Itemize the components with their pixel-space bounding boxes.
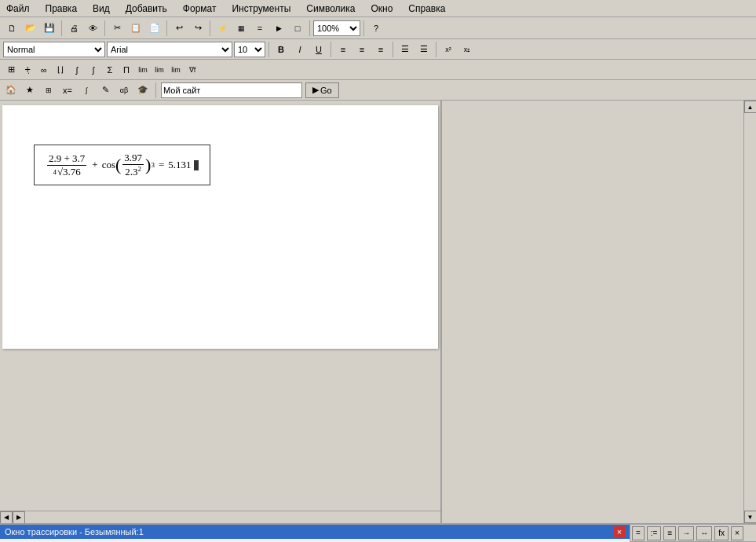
sum-btn[interactable]: Σ <box>102 62 118 78</box>
eval-btn-assign[interactable]: := <box>647 526 662 540</box>
home-btn[interactable]: 🏠 <box>3 82 19 98</box>
trace-window: Окно трассировки - Безымянный:1 × <box>0 525 630 542</box>
lim-btn[interactable]: lim <box>135 62 151 78</box>
bottom-area: Окно трассировки - Безымянный:1 × = := ≡… <box>0 523 756 542</box>
sep-fmt <box>268 42 269 57</box>
eval-btn-bidir[interactable]: ↔ <box>696 526 712 540</box>
lim2-btn[interactable]: lim <box>152 62 167 78</box>
go-label: Go <box>320 86 332 95</box>
scroll-up-btn[interactable]: ▲ <box>744 101 757 113</box>
numlist-btn[interactable]: ☰ <box>415 41 433 58</box>
formula-content: 2.9 + 3.7 4√3.76 + cos ( 3.97 2.32 <box>46 152 199 178</box>
eval-btn-close[interactable]: × <box>731 526 743 540</box>
url-icon6[interactable]: 🎓 <box>135 82 151 98</box>
document-area: 2.9 + 3.7 4√3.76 + cos ( 3.97 2.32 <box>0 101 440 523</box>
menu-file[interactable]: Файл <box>3 2 33 15</box>
eval-btn-arrow[interactable]: → <box>678 526 694 540</box>
menu-view[interactable]: Вид <box>89 2 113 15</box>
preview-btn[interactable]: 👁 <box>84 20 101 37</box>
result-value: 5.131 <box>168 159 191 171</box>
style-select[interactable]: Normal <box>3 42 105 57</box>
scroll-right-btn[interactable]: ▶ <box>13 511 25 524</box>
integral-btn[interactable]: ∫ <box>69 62 85 78</box>
trace-close-btn[interactable]: × <box>614 526 625 537</box>
sep5 <box>309 20 310 36</box>
undo-btn[interactable]: ↩ <box>170 20 188 37</box>
align-right-btn[interactable]: ≡ <box>372 41 389 58</box>
scroll-left-btn[interactable]: ◀ <box>0 511 13 524</box>
url-bar: 🏠 ★ ⊞ x= ∫ ✎ αβ 🎓 ▶ Go <box>0 80 756 101</box>
eval-btn-eq[interactable]: = <box>632 526 645 540</box>
tb-btn6[interactable]: ▦ <box>232 20 250 37</box>
cos-expr: cos ( 3.97 2.32 ) 3 <box>102 152 155 178</box>
cross-btn[interactable]: +̣ <box>20 62 35 78</box>
new-btn[interactable]: 🗋 <box>3 20 20 37</box>
url-icon1[interactable]: ⊞ <box>41 82 57 98</box>
print-btn[interactable]: 🖨 <box>65 20 82 37</box>
align-center-btn[interactable]: ≡ <box>353 41 371 58</box>
sep-list <box>393 42 393 57</box>
menu-add[interactable]: Добавить <box>122 2 170 15</box>
subscript-btn[interactable]: x₂ <box>458 41 476 58</box>
bold-btn[interactable]: B <box>272 41 290 58</box>
save-btn[interactable]: 💾 <box>41 20 58 37</box>
fav-btn[interactable]: ★ <box>22 82 38 98</box>
floor-btn[interactable]: ⌊⌋ <box>53 62 68 78</box>
eval-btn-fx[interactable]: fx <box>714 526 729 540</box>
sep-align <box>331 42 331 57</box>
cut-btn[interactable]: ✂ <box>108 20 126 37</box>
list-btn[interactable]: ☰ <box>396 41 414 58</box>
main-fraction: 2.9 + 3.7 4√3.76 <box>47 152 86 178</box>
go-arrow: ▶ <box>312 85 319 95</box>
copy-btn[interactable]: 📋 <box>127 20 144 37</box>
equals-sign: = <box>159 159 164 171</box>
plus-sign: + <box>92 159 97 171</box>
menu-help[interactable]: Справка <box>405 2 448 15</box>
menu-format[interactable]: Формат <box>180 2 220 15</box>
help-btn[interactable]: ? <box>367 20 385 37</box>
open-btn[interactable]: 📂 <box>22 20 39 37</box>
nabla-btn[interactable]: ∇f <box>184 62 200 78</box>
zoom-select[interactable]: 100% 75% 125% <box>313 20 360 36</box>
tb-btn5[interactable]: ⚡ <box>214 20 231 37</box>
tb-btn7[interactable]: = <box>251 20 268 37</box>
product-btn[interactable]: Π <box>119 62 134 78</box>
sep2 <box>104 20 105 36</box>
underline-btn[interactable]: U <box>310 41 327 58</box>
infinity-btn[interactable]: ∞ <box>36 62 52 78</box>
menu-tools[interactable]: Инструменты <box>228 2 294 15</box>
trace-content[interactable] <box>0 539 630 542</box>
redo-btn[interactable]: ↪ <box>189 20 206 37</box>
frac-top: 2.9 + 3.7 4√3.76 + cos ( 3.97 2.32 <box>46 152 199 178</box>
font-select[interactable]: Arial <box>107 42 232 57</box>
tb-btn9[interactable]: □ <box>289 20 306 37</box>
superscript-btn[interactable]: x² <box>440 41 457 58</box>
url-input[interactable] <box>161 82 302 98</box>
scroll-down-btn[interactable]: ▼ <box>744 511 757 523</box>
italic-btn[interactable]: I <box>291 41 309 58</box>
menu-edit[interactable]: Правка <box>42 2 81 15</box>
power3: 3 <box>151 161 155 169</box>
eval-btn-equiv[interactable]: ≡ <box>663 526 676 540</box>
sep4 <box>210 20 210 36</box>
formula-region: 2.9 + 3.7 4√3.76 + cos ( 3.97 2.32 <box>34 145 210 185</box>
url-icon3[interactable]: ∫ <box>79 82 94 98</box>
formula-box[interactable]: 2.9 + 3.7 4√3.76 + cos ( 3.97 2.32 <box>34 145 210 185</box>
url-icon4[interactable]: ✎ <box>97 82 113 98</box>
tb-btn8[interactable]: ▶ <box>270 20 287 37</box>
url-icon5[interactable]: αβ <box>116 82 132 98</box>
matrix-btn[interactable]: ⊞ <box>3 62 19 78</box>
menu-symbols[interactable]: Символика <box>303 2 358 15</box>
cursor-block <box>194 160 199 170</box>
sep6 <box>363 20 364 36</box>
lim3-btn[interactable]: lim <box>168 62 184 78</box>
go-button[interactable]: ▶ Go <box>305 82 339 98</box>
align-left-btn[interactable]: ≡ <box>334 41 352 58</box>
menu-window[interactable]: Окно <box>367 2 396 15</box>
size-select[interactable]: 10 <box>234 42 265 57</box>
cos-num: 3.97 <box>122 152 144 165</box>
url-icon2[interactable]: x= <box>60 82 75 98</box>
integral2-btn[interactable]: ∫ <box>86 62 101 78</box>
paste-btn[interactable]: 📄 <box>146 20 163 37</box>
numerator: 2.9 + 3.7 <box>47 152 86 166</box>
